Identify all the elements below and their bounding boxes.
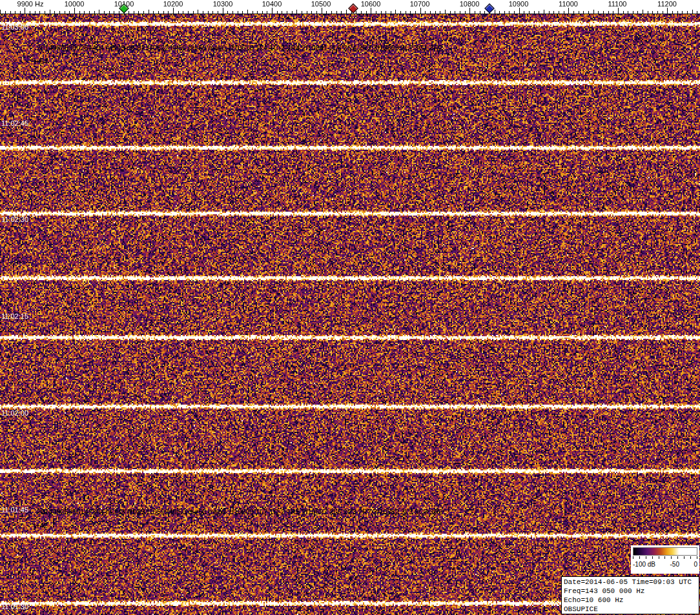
freq-tick-label: 11000	[559, 1, 578, 8]
info-line-echo: Echo=10 600 Hz	[564, 596, 697, 605]
freq-tick-label: 10800	[460, 1, 480, 8]
colorbar-max-label: 0	[694, 561, 697, 568]
freq-tick-label: 10000	[65, 1, 85, 8]
time-label: 11:01:30	[1, 603, 28, 610]
freq-tick-label: 10600	[361, 1, 381, 8]
freq-tick-label: 10400	[262, 1, 282, 8]
freq-tick-label: 10300	[213, 1, 233, 8]
waterfall-canvas	[0, 14, 700, 615]
info-line-station: OBSUPICE	[564, 605, 697, 614]
info-line-freq: Freq=143 050 000 Hz	[564, 587, 697, 596]
time-label: 11:02:15	[1, 313, 28, 320]
time-label: 11:02:30	[1, 216, 28, 223]
info-box: Date=2014-06-05 Time=09:03 UTC Freq=143 …	[561, 576, 699, 614]
colorbar-gradient	[633, 547, 697, 556]
frequency-ruler: 9900 Hz100001010010200103001040010500106…	[0, 0, 700, 14]
freq-tick-label: 11200	[657, 1, 677, 8]
detection-annotation: 20140605090142304 hCnt2 nb-83 f10599 hit…	[37, 509, 443, 516]
freq-tick-label: 10900	[509, 1, 529, 8]
detection-annotation: ^t+42	[30, 522, 48, 529]
spectrogram-app: 9900 Hz100001010010200103001040010500106…	[0, 0, 700, 615]
colorbar: -100 dB -50 0	[631, 545, 699, 574]
detection-annotation: 20140605090254404 hCnt3 nb-82 f10622 hit…	[37, 45, 443, 52]
freq-tick-label: 10700	[410, 1, 430, 8]
colorbar-ticks	[633, 556, 697, 559]
time-label: 11:02:45	[1, 120, 28, 127]
freq-tick-label: 10200	[163, 1, 183, 8]
colorbar-mid-label: -50	[670, 561, 679, 568]
time-label: 11:01:45	[1, 507, 28, 514]
detection-annotation: ^t+54	[30, 58, 48, 65]
freq-tick-label: 10500	[311, 1, 331, 8]
waterfall-display: 11:03:0011:02:4511:02:3011:02:1511:02:00…	[0, 14, 700, 615]
colorbar-labels: -100 dB -50 0	[633, 561, 697, 568]
colorbar-min-label: -100 dB	[633, 561, 655, 568]
freq-tick-label: 11100	[608, 1, 627, 8]
freq-tick-label: 9900 Hz	[17, 1, 44, 8]
info-line-date: Date=2014-06-05 Time=09:03 UTC	[564, 578, 697, 587]
time-label: 11:03:00	[1, 24, 28, 31]
time-label: 11:02:00	[1, 410, 28, 417]
